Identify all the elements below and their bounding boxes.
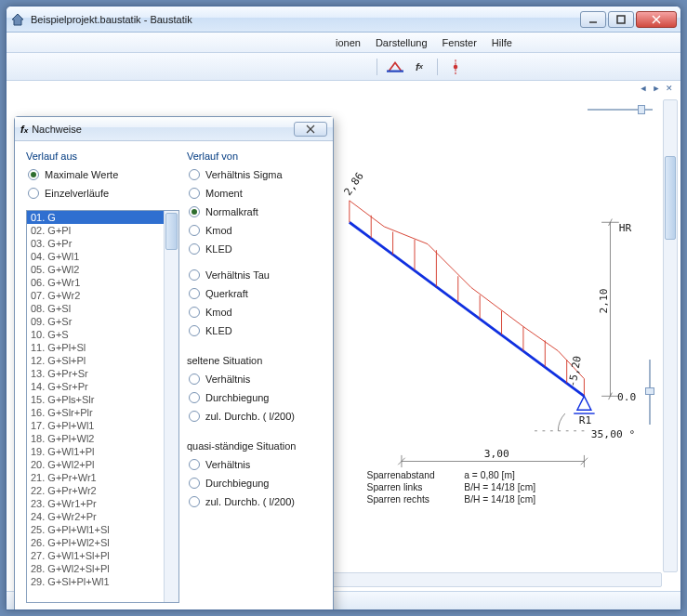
dialog-titlebar[interactable]: fx Nachweise — [15, 117, 333, 141]
drawing-viewport[interactable]: 2,86 -5,20 R1 HR 2,10 2,10 0. — [341, 118, 636, 535]
radio-kmod-2[interactable]: Kmod — [189, 307, 322, 318]
svg-text:2,86: 2,86 — [342, 170, 366, 198]
titlebar[interactable]: Beispielprojekt.baustatik - Baustatik — [7, 7, 680, 33]
toolbar-icon[interactable] — [387, 59, 403, 75]
list-item[interactable]: 29. G+Sl+Pl+Wl1 — [27, 575, 178, 588]
nav-left-icon[interactable]: ◄ — [638, 83, 649, 94]
zoom-slider-v[interactable] — [643, 360, 656, 425]
list-item[interactable]: 17. G+Pl+Wl1 — [27, 419, 178, 432]
list-item[interactable]: 22. G+Pr+Wr2 — [27, 484, 178, 497]
load-case-list[interactable]: 01. G02. G+Pl03. G+Pr04. G+Wl105. G+Wl20… — [26, 210, 179, 603]
fx-icon: fx — [20, 124, 28, 135]
close-button[interactable] — [636, 11, 677, 28]
list-item[interactable]: 18. G+Pl+Wl2 — [27, 432, 178, 445]
view-nav: ◄ ► ✕ — [638, 83, 675, 94]
list-item[interactable]: 13. G+Pr+Sr — [27, 367, 178, 380]
radio-sigma[interactable]: Verhältnis Sigma — [189, 169, 322, 180]
group-verlauf-von: Verlauf von — [187, 151, 322, 162]
svg-text:-5,20: -5,20 — [566, 355, 584, 388]
list-item[interactable]: 08. G+Sl — [27, 302, 178, 315]
main-window: Beispielprojekt.baustatik - Baustatik io… — [6, 6, 681, 610]
radio-normalkraft[interactable]: Normalkraft — [189, 206, 322, 217]
list-scrollbar[interactable] — [164, 211, 178, 602]
list-item[interactable]: 09. G+Sr — [27, 315, 178, 328]
radio-kled-2[interactable]: KLED — [189, 325, 322, 336]
radio-einzelverlaeufe[interactable]: Einzelverläufe — [28, 188, 179, 199]
svg-text:a = 0,80 [m]: a = 0,80 [m] — [464, 470, 515, 480]
nav-right-icon[interactable]: ► — [651, 83, 662, 94]
group-seltene: seltene Situation — [187, 355, 322, 366]
svg-text:3,00: 3,00 — [484, 448, 509, 460]
list-item[interactable]: 12. G+Sl+Pl — [27, 354, 178, 367]
list-item[interactable]: 14. G+Sr+Pr — [27, 380, 178, 393]
list-item[interactable]: 15. G+Pls+Slr — [27, 393, 178, 406]
list-item[interactable]: 11. G+Pl+Sl — [27, 341, 178, 354]
zoom-slider-h[interactable] — [588, 103, 653, 116]
list-item[interactable]: 21. G+Pr+Wr1 — [27, 471, 178, 484]
svg-text:R1: R1 — [579, 414, 592, 426]
svg-text:Sparrenabstand: Sparrenabstand — [367, 470, 435, 480]
list-item[interactable]: 24. G+Wr2+Pr — [27, 510, 178, 523]
svg-text:0.00: 0.00 — [617, 391, 636, 403]
menubar: ionen Darstellung Fenster Hilfe — [7, 33, 680, 53]
radio-querkraft[interactable]: Querkraft — [189, 288, 322, 299]
client-area: ◄ ► ✕ — [7, 81, 680, 591]
radio-tau[interactable]: Verhältnis Tau — [189, 269, 322, 281]
list-item[interactable]: 26. G+Pl+Wl2+Sl — [27, 536, 178, 549]
list-item[interactable]: 10. G+S — [27, 328, 178, 341]
radio-moment[interactable]: Moment — [189, 188, 322, 199]
dialog-close-button[interactable] — [294, 122, 327, 137]
radio-zul-2[interactable]: zul. Durchb. ( l/200) — [189, 496, 322, 507]
radio-kmod[interactable]: Kmod — [189, 225, 322, 236]
radio-verhaeltnis-2[interactable]: Verhältnis — [189, 459, 322, 470]
radio-icon — [28, 188, 39, 199]
radio-zul-1[interactable]: zul. Durchb. ( l/200) — [189, 411, 322, 422]
list-item[interactable]: 19. G+Wl1+Pl — [27, 445, 178, 458]
radio-maximale-werte[interactable]: Maximale Werte — [28, 169, 179, 180]
list-item[interactable]: 07. G+Wr2 — [27, 289, 178, 302]
list-item[interactable]: 23. G+Wr1+Pr — [27, 497, 178, 510]
svg-text:HR 2,10: HR 2,10 — [619, 222, 636, 234]
minimize-button[interactable] — [580, 11, 606, 28]
nav-close-icon[interactable]: ✕ — [664, 83, 675, 94]
toolbar-icon[interactable] — [447, 59, 464, 75]
list-item[interactable]: 20. G+Wl2+Pl — [27, 458, 178, 471]
vertical-scrollbar[interactable] — [663, 99, 678, 572]
list-item[interactable]: 02. G+Pl — [27, 224, 178, 237]
window-title: Beispielprojekt.baustatik - Baustatik — [31, 14, 580, 25]
list-item[interactable]: 27. G+Wl1+Sl+Pl — [27, 549, 178, 562]
radio-kled[interactable]: KLED — [189, 243, 322, 255]
svg-point-6 — [454, 64, 458, 69]
svg-line-7 — [350, 222, 585, 396]
svg-text:35,00 °: 35,00 ° — [591, 428, 635, 440]
nachweise-dialog: fx Nachweise Verlauf aus Maximale Werte … — [14, 116, 334, 610]
group-verlauf-aus: Verlauf aus — [26, 151, 179, 162]
toolbar: fx — [7, 53, 680, 81]
svg-rect-1 — [617, 16, 625, 23]
svg-text:2,10: 2,10 — [598, 288, 610, 313]
list-item[interactable]: 16. G+Slr+Plr — [27, 406, 178, 419]
menu-item[interactable]: Darstellung — [376, 37, 428, 48]
list-item[interactable]: 04. G+Wl1 — [27, 250, 178, 263]
radio-durchbiegung-2[interactable]: Durchbiegung — [189, 478, 322, 489]
list-item[interactable]: 01. G — [27, 211, 178, 224]
list-item[interactable]: 05. G+Wl2 — [27, 263, 178, 276]
maximize-button[interactable] — [608, 11, 634, 28]
menu-item[interactable]: Fenster — [443, 37, 477, 48]
menu-item[interactable]: ionen — [336, 37, 361, 48]
svg-text:Sparren rechts: Sparren rechts — [367, 494, 429, 505]
radio-icon — [28, 169, 39, 180]
svg-text:B/H = 14/18 [cm]: B/H = 14/18 [cm] — [464, 482, 535, 492]
fx-icon[interactable]: fx — [411, 59, 428, 75]
group-quasi: quasi-ständige Situation — [187, 440, 322, 452]
list-item[interactable]: 25. G+Pl+Wl1+Sl — [27, 523, 178, 536]
svg-text:Sparren links: Sparren links — [367, 482, 423, 492]
menu-item[interactable]: Hilfe — [492, 37, 512, 48]
list-item[interactable]: 06. G+Wr1 — [27, 276, 178, 289]
radio-durchbiegung-1[interactable]: Durchbiegung — [189, 392, 322, 403]
list-item[interactable]: 03. G+Pr — [27, 237, 178, 250]
list-item[interactable]: 28. G+Wl2+Sl+Pl — [27, 562, 178, 575]
app-icon — [10, 12, 25, 27]
radio-verhaeltnis-1[interactable]: Verhältnis — [189, 374, 322, 385]
dialog-title: Nachweise — [32, 124, 294, 135]
